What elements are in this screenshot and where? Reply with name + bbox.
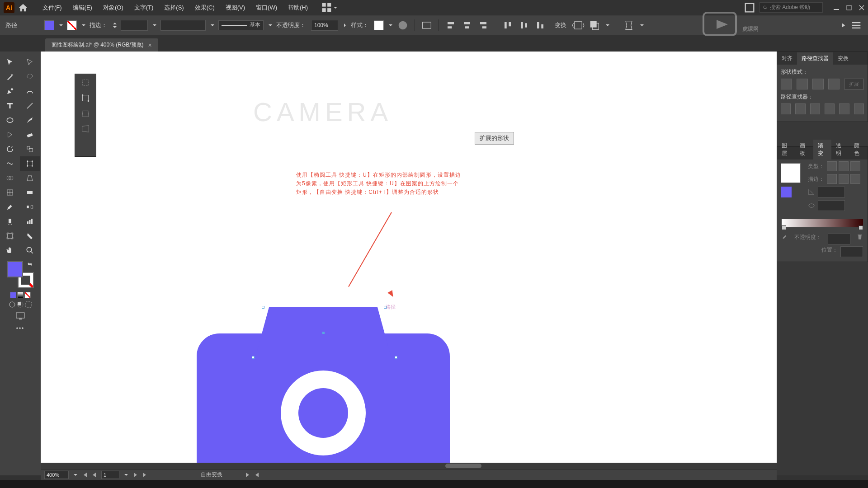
selection-handle[interactable] [252,356,255,359]
tab-transform[interactable]: 变换 [833,52,853,65]
outline-icon[interactable] [839,103,849,114]
radial-gradient-icon[interactable] [839,161,849,171]
close-icon[interactable] [859,5,864,10]
scale-tool[interactable] [20,142,40,156]
tab-align[interactable]: 对齐 [777,52,797,65]
align-vcenter-icon[interactable] [518,19,530,32]
brush-profile-select[interactable]: 基本 [218,20,264,30]
minus-front-icon[interactable] [797,79,808,89]
horizontal-scrollbar[interactable] [41,463,777,469]
intersect-icon[interactable] [812,79,824,89]
draw-behind-icon[interactable] [17,301,24,308]
status-prev-icon[interactable] [254,472,260,478]
search-input[interactable]: 搜索 Adobe 帮助 [760,2,823,13]
fill-proxy[interactable] [7,261,23,277]
stroke-swatch[interactable] [67,20,77,30]
eyedropper-tool[interactable] [0,200,20,214]
free-transform-tool[interactable] [20,156,40,171]
chevron-down-icon[interactable] [124,473,128,477]
chevron-down-icon[interactable] [152,23,157,28]
direct-selection-tool[interactable] [20,55,40,70]
type-tool[interactable] [0,99,20,113]
minimize-icon[interactable] [834,5,839,10]
minus-back-icon[interactable] [854,103,864,114]
artboard-tool[interactable] [0,229,20,243]
menu-object[interactable]: 对象(O) [98,4,129,12]
align-top-icon[interactable] [501,19,514,32]
arrange-icon[interactable] [321,1,333,14]
free-distort-icon[interactable] [80,124,90,134]
slice-tool[interactable] [20,229,40,243]
draw-normal-icon[interactable] [9,301,16,308]
frame-icon[interactable] [743,1,756,14]
merge-icon[interactable] [810,103,820,114]
line-tool[interactable] [20,99,40,113]
rotate-tool[interactable] [0,142,20,156]
menu-type[interactable]: 文字(T) [129,4,159,12]
expand-button[interactable]: 扩展 [844,79,864,89]
chevron-down-icon[interactable] [59,23,63,28]
opacity-input[interactable] [311,20,338,31]
restore-icon[interactable] [846,5,852,10]
document-tab[interactable]: 面性图标绘制.ai* @ 400% (RGB/预览) × [45,38,158,52]
tab-close-icon[interactable]: × [148,42,152,49]
menu-edit[interactable]: 编辑(E) [67,4,98,12]
blend-tool[interactable] [20,200,40,214]
scroll-thumb[interactable] [445,464,481,468]
align-shape-icon[interactable] [420,19,433,32]
menu-select[interactable]: 选择(S) [159,4,189,12]
color-proxy[interactable] [7,261,34,288]
angle-input[interactable] [818,187,845,197]
chevron-down-icon[interactable] [640,23,644,28]
tab-color[interactable]: 颜色 [849,140,868,160]
panel-collapse-icon[interactable] [835,19,847,32]
curvature-tool[interactable] [20,84,40,99]
stroke-along-icon[interactable] [839,174,849,184]
width-tool[interactable] [0,156,20,171]
gradient-fill-swatch[interactable] [781,187,792,197]
stop-position-input[interactable] [840,246,863,257]
align-hcenter-icon[interactable] [461,19,473,32]
draw-inside-icon[interactable] [25,301,32,308]
menu-view[interactable]: 视图(V) [220,4,250,12]
selection-handle[interactable] [384,306,387,309]
gradient-tool[interactable] [20,185,40,200]
menu-window[interactable]: 窗口(W) [250,4,283,12]
perspective-tool[interactable] [20,171,40,185]
eyedropper-icon[interactable] [782,234,788,240]
free-transform-icon[interactable] [80,93,90,103]
center-anchor[interactable] [322,332,325,334]
paintbrush-tool[interactable] [20,113,40,127]
exclude-icon[interactable] [828,79,840,89]
constrain-icon[interactable] [80,78,90,88]
tab-layers[interactable]: 图层 [777,140,795,160]
symbol-sprayer-tool[interactable] [0,214,20,229]
align-right-icon[interactable] [477,19,490,32]
zoom-tool[interactable] [20,243,40,258]
recolor-icon[interactable] [396,19,409,32]
chevron-down-icon[interactable] [333,5,338,10]
pen-tool[interactable] [0,84,20,99]
color-mode-none[interactable] [24,292,31,298]
gradient-slider[interactable] [782,219,863,227]
tab-pathfinder[interactable]: 路径查找器 [797,52,833,65]
magic-wand-tool[interactable] [0,70,20,84]
panel-menu-icon[interactable] [850,19,863,32]
perspective-distort-icon[interactable] [80,108,90,118]
screen-mode-icon[interactable] [15,312,25,320]
stroke-weight-input[interactable] [121,20,148,31]
tab-gradient[interactable]: 渐变 [813,140,831,160]
arrange-front-icon[interactable] [588,19,601,32]
align-bottom-icon[interactable] [534,19,547,32]
fill-swatch[interactable] [44,20,54,30]
zoom-input[interactable] [44,471,69,479]
first-artboard-icon[interactable] [81,472,88,478]
stroke-across-icon[interactable] [850,174,860,184]
canvas[interactable]: CAMERA 扩展的形状 使用【椭圆工具 快捷键：U】在矩形的内部绘制圆形，设置… [41,52,777,475]
shape-builder-tool[interactable] [0,171,20,185]
toolbar-more-icon[interactable]: ••• [0,325,41,332]
menu-help[interactable]: 帮助(H) [283,4,313,12]
status-play-icon[interactable] [244,472,250,478]
stepper-icon[interactable] [113,21,117,29]
selection-handle[interactable] [395,356,397,359]
